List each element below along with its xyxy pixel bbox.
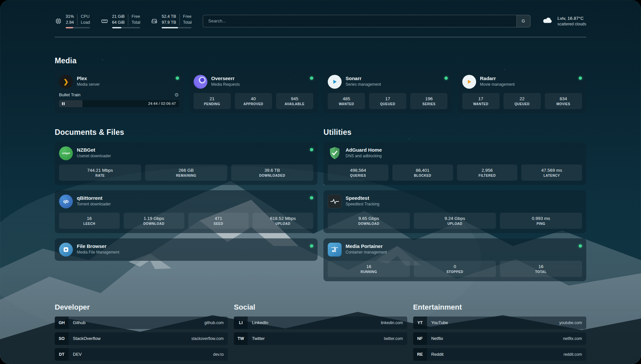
sonarr-stat-wanted: 485WANTED — [328, 93, 365, 109]
bookmark-youtube[interactable]: YT YouTube youtube.com — [413, 317, 586, 329]
search-provider-button[interactable]: G — [516, 15, 530, 27]
speedtest-stat-ping: 0.993 msPING — [500, 213, 582, 229]
radarr-stat-wanted: 17WANTED — [462, 93, 500, 109]
plex-card[interactable]: ❯ Plex Media server Bullet Train ⚙ — [55, 71, 183, 113]
bookmark-dev[interactable]: DT DEV dev.to — [55, 348, 228, 361]
bookmark-reddit[interactable]: RE Reddit reddit.com — [413, 348, 586, 361]
qbittorrent-card[interactable]: qb qBittorrent Torrent downloader 16LEEC… — [55, 190, 318, 233]
ram-metric: 21 GiB 64 GiB Free Total — [101, 14, 140, 28]
overseerr-stat-approved: 40APPROVED — [235, 93, 272, 109]
search-bar: G — [203, 15, 530, 27]
portainer-stat-stopped: 0STOPPED — [414, 261, 496, 277]
plex-player-bar[interactable]: 24:44 / 02:06:47 — [59, 100, 179, 107]
radarr-card[interactable]: Radarr Movie management 17WANTED 22QUEUE… — [458, 71, 587, 113]
stackoverflow-icon: SO — [55, 332, 69, 345]
youtube-icon: YT — [413, 317, 427, 329]
nzbget-name: NZBGet — [77, 147, 111, 153]
speedtest-name: Speedtest — [346, 195, 380, 201]
ram-progress-bar — [112, 27, 140, 28]
radarr-stat-queued: 22QUEUED — [504, 93, 541, 109]
linkedin-icon: LI — [234, 317, 248, 329]
adguard-stat-queries: 498,564QUERIES — [328, 165, 388, 181]
adguard-stat-latency: 47.569 msLATENCY — [521, 165, 582, 181]
weather-widget: Lviv, 16.87°C scattered clouds — [542, 16, 586, 26]
filebrowser-name: File Browser — [77, 243, 119, 249]
weather-condition: scattered clouds — [558, 22, 586, 26]
overseerr-desc: Media Requests — [211, 82, 240, 87]
qbittorrent-name: qBittorrent — [77, 195, 111, 201]
disk-progress-bar — [162, 27, 192, 28]
ram-free-label: Free — [132, 14, 140, 19]
bookmark-group-entertainment: Entertainment YT YouTube youtube.com NF … — [413, 303, 586, 361]
system-metrics: 31% 2.94 CPU Load — [55, 14, 192, 28]
overseerr-icon — [194, 75, 207, 89]
plex-name: Plex — [77, 76, 100, 81]
disk-total-value: 97.9 TB — [162, 20, 176, 25]
bookmark-github[interactable]: GH Github github.com — [55, 317, 228, 329]
cpu-usage-value: 31% — [66, 14, 74, 19]
cpu-usage-label: CPU — [81, 14, 90, 19]
cpu-icon — [55, 17, 62, 25]
sonarr-name: Sonarr — [346, 76, 381, 81]
cpu-metric: 31% 2.94 CPU Load — [55, 14, 90, 28]
filebrowser-status-dot — [310, 244, 313, 248]
portainer-desc: Container management — [346, 250, 387, 255]
bookmark-netflix[interactable]: NF Netflix netflix.com — [413, 332, 586, 345]
radarr-name: Radarr — [480, 76, 515, 81]
adguard-desc: DNS and adblocking — [346, 154, 382, 158]
bookmark-group-developer: Developer GH Github github.com SO StackO… — [55, 303, 228, 361]
adguard-stat-filtered: 2,956FILTERED — [457, 165, 518, 181]
adguard-card[interactable]: AdGuard Home DNS and adblocking 498,564Q… — [323, 142, 586, 185]
filebrowser-icon — [59, 243, 73, 257]
nzbget-status-dot — [310, 148, 313, 151]
speedtest-stat-download: 9.65 GbpsDOWNLOAD — [328, 213, 410, 229]
utilities-section-title: Utilities — [323, 128, 586, 137]
radarr-icon — [462, 75, 476, 89]
portainer-stat-running: 16RUNNING — [328, 261, 410, 277]
nzbget-desc: Usenet downloader — [77, 154, 111, 158]
section-media: Media ❯ Plex Media server Bullet Train — [55, 56, 586, 113]
portainer-stat-total: 16TOTAL — [500, 261, 582, 277]
speedtest-stat-upload: 9.24 GbpsUPLOAD — [414, 213, 496, 229]
pause-icon[interactable] — [62, 102, 65, 105]
ram-total-value: 64 GiB — [112, 20, 125, 25]
qbittorrent-desc: Torrent downloader — [77, 202, 111, 206]
section-documents: Documents & Files nzbget NZBGet Usenet d… — [55, 128, 318, 261]
gear-icon[interactable]: ⚙ — [174, 92, 179, 97]
speedtest-icon — [328, 195, 342, 208]
qbittorrent-stat-leech: 16LEECH — [59, 213, 120, 229]
plex-playback-time: 24:44 / 02:06:47 — [148, 102, 176, 106]
bookmark-twitter[interactable]: TW Twitter twitter.com — [234, 332, 407, 345]
overseerr-card[interactable]: Overseerr Media Requests 21PENDING 40APP… — [189, 71, 318, 113]
sonarr-card[interactable]: Sonarr Series management 485WANTED 17QUE… — [323, 71, 452, 113]
overseerr-name: Overseerr — [211, 76, 240, 81]
disk-total-label: Total — [183, 20, 192, 25]
overseerr-stat-available: 945AVAILABLE — [276, 93, 313, 109]
portainer-card[interactable]: Media Portainer Container management 16R… — [323, 238, 586, 281]
dashboard-window: 31% 2.94 CPU Load — [0, 0, 641, 364]
sonarr-icon — [328, 75, 342, 89]
weather-location: Lviv, 16.87°C — [558, 16, 586, 21]
bookmark-stackoverflow[interactable]: SO StackOverflow stackoverflow.com — [55, 332, 228, 345]
plex-status-dot — [176, 76, 179, 80]
adguard-shield-icon — [328, 146, 342, 160]
sonarr-stat-queued: 17QUEUED — [369, 93, 406, 109]
snow-specks — [0, 0, 1, 1]
qbittorrent-icon: qb — [59, 195, 73, 208]
filebrowser-card[interactable]: File Browser Media File Management — [55, 238, 318, 261]
sonarr-stat-series: 196SERIES — [410, 93, 447, 109]
qbittorrent-stat-download: 1.19 GbpsDOWNLOAD — [124, 213, 184, 229]
twitter-icon: TW — [234, 332, 248, 345]
portainer-status-dot — [579, 244, 582, 248]
search-input[interactable] — [203, 15, 516, 27]
nzbget-card[interactable]: nzbget NZBGet Usenet downloader 744.21 M… — [55, 142, 318, 185]
overseerr-status-dot — [310, 76, 313, 80]
dev-icon: DT — [55, 348, 69, 361]
speedtest-card[interactable]: Speedtest Speedtest Tracking 9.65 GbpsDO… — [323, 190, 586, 233]
ram-total-label: Total — [132, 20, 140, 25]
sonarr-desc: Series management — [346, 82, 381, 87]
qbittorrent-status-dot — [310, 196, 313, 199]
bookmark-linkedin[interactable]: LI LinkedIn linkedin.com — [234, 317, 407, 329]
reddit-icon: RE — [413, 348, 427, 361]
cpu-progress-bar — [66, 27, 90, 28]
